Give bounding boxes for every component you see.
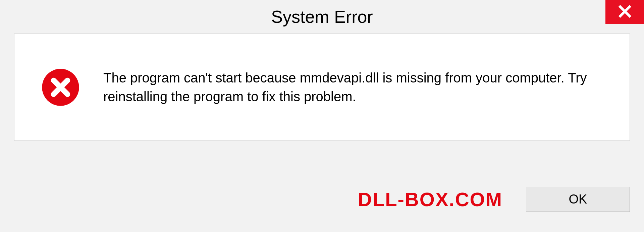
close-button[interactable] — [605, 0, 644, 24]
watermark-text: DLL-BOX.COM — [358, 188, 502, 211]
dialog-footer: DLL-BOX.COM OK — [0, 187, 644, 212]
error-message: The program can't start because mmdevapi… — [103, 68, 590, 106]
ok-button[interactable]: OK — [526, 187, 630, 212]
dialog-title: System Error — [271, 7, 373, 27]
error-icon — [41, 68, 80, 107]
title-bar: System Error — [0, 0, 644, 34]
close-icon — [618, 4, 632, 20]
dialog-content: The program can't start because mmdevapi… — [14, 34, 630, 141]
